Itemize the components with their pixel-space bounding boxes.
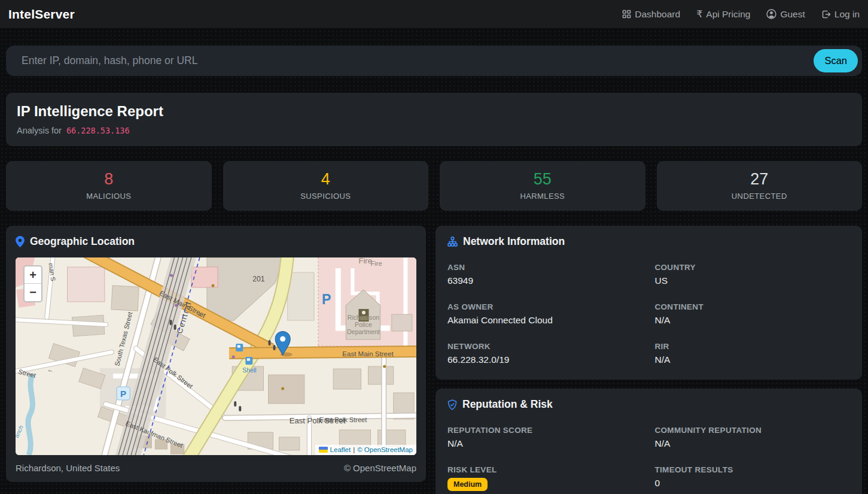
- reputation-card-title: Reputation & Risk: [462, 398, 553, 411]
- page-title: IP Intelligence Report: [17, 103, 851, 120]
- dashboard-grid-icon: [622, 10, 631, 19]
- login-icon: [821, 10, 831, 19]
- field-rir: RIR N/A: [655, 342, 851, 365]
- stat-label: SUSPICIOUS: [300, 192, 351, 201]
- nav-item-label: Log in: [835, 9, 860, 20]
- reputation-risk-card: Reputation & Risk REPUTATION SCORE N/A C…: [435, 389, 862, 494]
- scan-button[interactable]: Scan: [814, 49, 858, 72]
- field-risk-level: RISK LEVEL Medium: [447, 465, 643, 491]
- brand-logo[interactable]: IntelServer: [8, 7, 75, 22]
- stat-card-suspicious: 4 SUSPICIOUS: [223, 161, 429, 211]
- stat-label: HARMLESS: [520, 192, 565, 201]
- osm-attribution-text: © OpenStreetMap: [344, 463, 416, 473]
- reputation-card-header: Reputation & Risk: [447, 398, 850, 411]
- stat-value: 55: [534, 171, 552, 187]
- field-continent: CONTINENT N/A: [655, 302, 851, 326]
- navbar: IntelServer Dashboard ₹ Api Pricing: [0, 0, 868, 28]
- search-input[interactable]: [20, 54, 814, 68]
- ukraine-flag-icon: [319, 447, 328, 453]
- stat-value: 27: [750, 171, 768, 187]
- map-zoom-control: + −: [23, 265, 42, 302]
- ip-address: 66.228.53.136: [66, 126, 130, 135]
- location-text: Richardson, United States: [16, 463, 120, 473]
- field-country: COUNTRY US: [655, 263, 851, 286]
- stat-card-harmless: 55 HARMLESS: [440, 161, 645, 211]
- field-community-reputation: COMMUNITY REPUTATION N/A: [655, 426, 851, 449]
- geo-card-footer: Richardson, United States © OpenStreetMa…: [16, 463, 416, 473]
- risk-level-badge: Medium: [447, 478, 488, 491]
- report-header-card: IP Intelligence Report Analysis for66.22…: [6, 93, 862, 146]
- field-network: NETWORK 66.228.32.0/19: [447, 342, 643, 365]
- parking-icon-small: P: [120, 389, 126, 399]
- search-bar: Scan: [6, 46, 862, 76]
- police-label-1: Richardson: [348, 314, 380, 321]
- network-card-header: Network Information: [447, 235, 850, 248]
- field-timeout-results: TIMEOUT RESULTS 0: [655, 465, 851, 491]
- stat-label: UNDETECTED: [732, 192, 787, 201]
- zoom-out-button[interactable]: −: [25, 284, 41, 301]
- network-card-title: Network Information: [463, 235, 565, 248]
- network-information-card: Network Information ASN 63949 COUNTRY US…: [435, 226, 862, 380]
- fire-label-echo: Fire: [371, 260, 382, 267]
- police-label-3: Department: [347, 328, 380, 335]
- report-subtitle: Analysis for66.228.53.136: [17, 126, 851, 135]
- osm-link[interactable]: © OpenStreetMap: [357, 446, 413, 453]
- nav-links: Dashboard ₹ Api Pricing Guest: [622, 9, 860, 20]
- street-label-east-main-horizontal: East Main Street: [342, 350, 394, 357]
- nav-item-dashboard[interactable]: Dashboard: [622, 9, 680, 20]
- geo-card-title: Geographic Location: [30, 235, 135, 248]
- police-label-2: Police: [355, 321, 372, 328]
- stats-row: 8 MALICIOUS 4 SUSPICIOUS 55 HARMLESS 27 …: [6, 161, 862, 211]
- nav-item-api-pricing[interactable]: ₹ Api Pricing: [696, 9, 750, 20]
- map-svg: East Main Street ← East Main Street Sout…: [16, 257, 416, 455]
- zoom-in-button[interactable]: +: [25, 266, 41, 284]
- nav-item-label: Dashboard: [635, 9, 680, 20]
- attribution-divider: |: [353, 446, 355, 453]
- leaflet-link[interactable]: Leaflet: [330, 446, 351, 453]
- nav-item-guest[interactable]: Guest: [766, 9, 805, 20]
- reputation-fields: REPUTATION SCORE N/A COMMUNITY REPUTATIO…: [447, 426, 850, 491]
- map-attribution: Leaflet | © OpenStreetMap: [315, 445, 416, 455]
- network-fields: ASN 63949 COUNTRY US AS OWNER Akamai Con…: [447, 263, 850, 365]
- geo-card-header: Geographic Location: [16, 235, 416, 248]
- shell-label: Shell: [242, 366, 256, 374]
- nav-item-label: Api Pricing: [706, 9, 750, 20]
- stat-card-malicious: 8 MALICIOUS: [6, 161, 212, 211]
- user-circle-icon: [766, 9, 776, 19]
- field-asn: ASN 63949: [447, 263, 643, 286]
- nav-item-label: Guest: [780, 9, 805, 20]
- stat-label: MALICIOUS: [86, 192, 131, 201]
- page-content: Scan IP Intelligence Report Analysis for…: [0, 28, 868, 494]
- analysis-for-label: Analysis for: [17, 126, 62, 135]
- street-label-east-polk-horizontal-2: East Polk Street: [319, 416, 367, 423]
- stat-value: 8: [104, 171, 113, 187]
- shield-check-icon: [447, 399, 457, 410]
- parking-icon-large: P: [322, 292, 331, 307]
- stat-card-undetected: 27 UNDETECTED: [657, 161, 863, 211]
- field-reputation-score: REPUTATION SCORE N/A: [447, 426, 643, 449]
- nav-item-login[interactable]: Log in: [821, 9, 860, 20]
- building-201-label: 201: [252, 275, 264, 283]
- stat-value: 4: [321, 171, 330, 187]
- map-pin-icon: [16, 236, 25, 247]
- field-as-owner: AS OWNER Akamai Connected Cloud: [447, 302, 643, 326]
- network-sitemap-icon: [447, 237, 458, 247]
- geographic-location-card: Geographic Location: [6, 226, 426, 482]
- rupee-icon: ₹: [696, 10, 702, 19]
- leaflet-map[interactable]: East Main Street ← East Main Street Sout…: [16, 257, 416, 455]
